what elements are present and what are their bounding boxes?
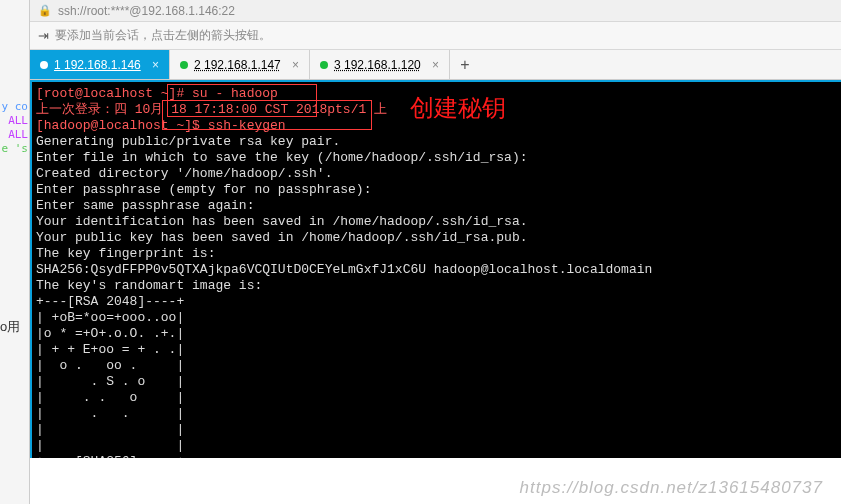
tab-label: 3 192.168.1.120 [334, 58, 421, 72]
status-dot-icon [180, 61, 188, 69]
editor-left-gutter: y co ALL ALL e 's o用 [0, 0, 30, 504]
watermark: https://blog.csdn.net/z13615480737 [520, 478, 823, 498]
partial-code-fragment: y co ALL ALL e 's [0, 100, 30, 156]
session-hint-text: 要添加当前会话，点击左侧的箭头按钮。 [55, 27, 271, 44]
main-panel: 🔒 ssh://root:****@192.168.1.146:22 ⇥ 要添加… [30, 0, 841, 504]
tab-label: 1 192.168.1.146 [54, 58, 141, 72]
terminal[interactable]: [root@localhost ~]# su - hadoop上一次登录：四 1… [30, 80, 841, 458]
close-icon[interactable]: × [152, 58, 159, 72]
add-tab-button[interactable]: + [450, 50, 480, 79]
tab-1[interactable]: 1 192.168.1.146 × [30, 50, 170, 79]
close-icon[interactable]: × [432, 58, 439, 72]
annotation-box-2 [162, 100, 372, 130]
address-url: ssh://root:****@192.168.1.146:22 [58, 4, 235, 18]
status-dot-icon [320, 61, 328, 69]
tab-strip: 1 192.168.1.146 × 2 192.168.1.147 × 3 19… [30, 50, 841, 80]
address-bar: 🔒 ssh://root:****@192.168.1.146:22 [30, 0, 841, 22]
lock-icon: 🔒 [38, 4, 52, 17]
arrow-icon: ⇥ [38, 28, 49, 43]
tab-3[interactable]: 3 192.168.1.120 × [310, 50, 450, 79]
status-dot-icon [40, 61, 48, 69]
tab-label: 2 192.168.1.147 [194, 58, 281, 72]
partial-cn-fragment: o用 [0, 318, 20, 336]
tab-2[interactable]: 2 192.168.1.147 × [170, 50, 310, 79]
annotation-label: 创建秘钥 [410, 100, 506, 116]
close-icon[interactable]: × [292, 58, 299, 72]
session-hint-bar: ⇥ 要添加当前会话，点击左侧的箭头按钮。 [30, 22, 841, 50]
